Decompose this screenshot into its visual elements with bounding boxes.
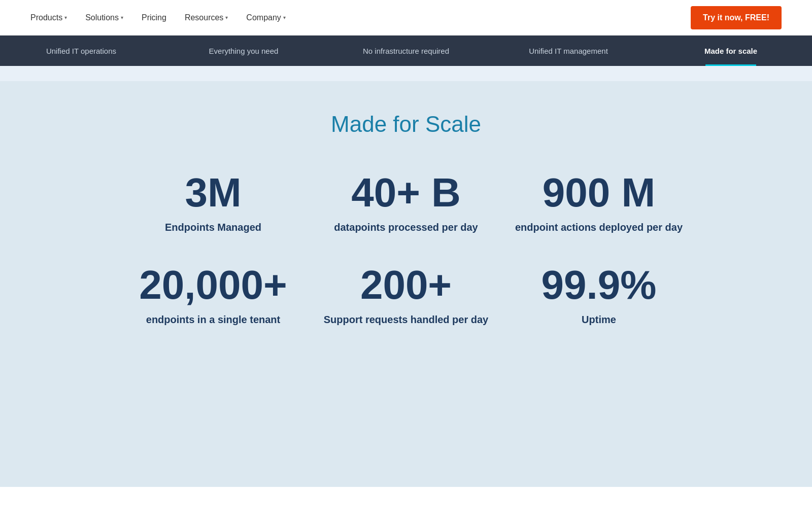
try-free-button[interactable]: Try it now, FREE! — [691, 6, 782, 29]
stat-label-support: Support requests handled per day — [320, 312, 492, 327]
chevron-down-icon: ▾ — [64, 15, 67, 20]
stat-endpoint-actions: 900 M endpoint actions deployed per day — [513, 172, 685, 234]
nav-pricing[interactable]: Pricing — [142, 13, 166, 22]
stat-label-endpoints: Endpoints Managed — [127, 220, 299, 234]
stat-label-uptime: Uptime — [513, 312, 685, 327]
nav-solutions-label: Solutions — [85, 13, 119, 22]
subnav-link-unified-ops[interactable]: Unified IT operations — [46, 47, 116, 55]
stat-datapoints: 40+ B datapoints processed per day — [320, 172, 492, 234]
stat-number-datapoints: 40+ B — [320, 172, 492, 213]
nav-company[interactable]: Company ▾ — [246, 13, 285, 22]
subnav-link-scale[interactable]: Made for scale — [704, 47, 757, 55]
page-title: Made for Scale — [20, 112, 792, 137]
nav-products[interactable]: Products ▾ — [30, 13, 67, 22]
stat-number-uptime: 99.9% — [513, 265, 685, 305]
stat-number-tenant: 20,000+ — [127, 265, 299, 305]
subnav-items: Unified IT operations Everything you nee… — [0, 36, 812, 66]
stats-grid: 3M Endpoints Managed 40+ B datapoints pr… — [127, 172, 685, 327]
subnav-link-everything[interactable]: Everything you need — [209, 47, 279, 55]
navbar: Products ▾ Solutions ▾ Pricing Resources… — [0, 0, 812, 36]
chevron-down-icon: ▾ — [121, 15, 123, 20]
stat-number-actions: 900 M — [513, 172, 685, 213]
chevron-down-icon: ▾ — [225, 15, 228, 20]
subnav-item-no-infra[interactable]: No infrastructure required — [325, 36, 487, 66]
nav-links: Products ▾ Solutions ▾ Pricing Resources… — [30, 13, 286, 22]
subnav-item-unified-ops[interactable]: Unified IT operations — [0, 36, 162, 66]
nav-pricing-label: Pricing — [142, 13, 166, 22]
stat-endpoints-managed: 3M Endpoints Managed — [127, 172, 299, 234]
nav-resources[interactable]: Resources ▾ — [185, 13, 228, 22]
nav-resources-label: Resources — [185, 13, 223, 22]
subnav-item-scale[interactable]: Made for scale — [650, 36, 812, 66]
subnav-link-unified-mgmt[interactable]: Unified IT management — [529, 47, 608, 55]
main-content: Made for Scale 3M Endpoints Managed 40+ … — [0, 81, 812, 487]
subnav: Unified IT operations Everything you nee… — [0, 36, 812, 66]
nav-company-label: Company — [246, 13, 281, 22]
stat-number-support: 200+ — [320, 265, 492, 305]
chevron-down-icon: ▾ — [283, 15, 286, 20]
stat-label-tenant: endpoints in a single tenant — [127, 312, 299, 327]
subnav-item-everything[interactable]: Everything you need — [162, 36, 325, 66]
subnav-item-unified-mgmt[interactable]: Unified IT management — [487, 36, 650, 66]
stat-label-datapoints: datapoints processed per day — [320, 220, 492, 234]
stat-label-actions: endpoint actions deployed per day — [513, 220, 685, 234]
stat-uptime: 99.9% Uptime — [513, 265, 685, 327]
nav-solutions[interactable]: Solutions ▾ — [85, 13, 123, 22]
stat-number-endpoints: 3M — [127, 172, 299, 213]
subnav-link-no-infra[interactable]: No infrastructure required — [363, 47, 449, 55]
stat-single-tenant: 20,000+ endpoints in a single tenant — [127, 265, 299, 327]
hero-strip — [0, 66, 812, 81]
stat-support-requests: 200+ Support requests handled per day — [320, 265, 492, 327]
nav-products-label: Products — [30, 13, 62, 22]
